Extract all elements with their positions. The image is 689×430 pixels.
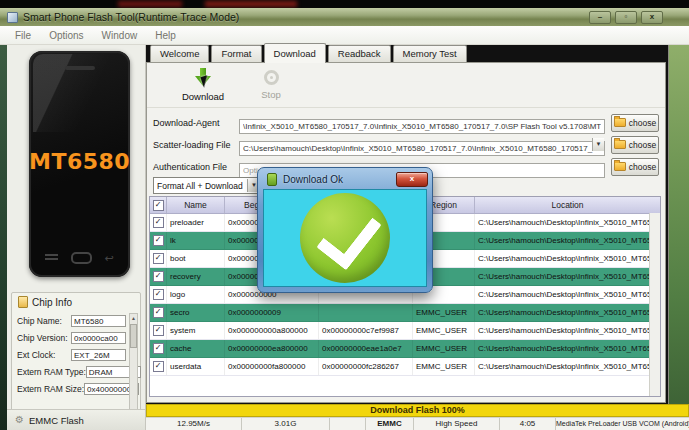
cell-end-address: 0x00000000c7ef9987 (319, 322, 413, 339)
row-checkbox[interactable]: ✓ (153, 253, 164, 264)
row-checkbox-cell[interactable]: ✓ (150, 304, 167, 321)
column-header-Location[interactable]: Location (475, 197, 660, 213)
cell-location: C:\Users\hamouch\Desktop\Infinix_X5010_M… (475, 250, 660, 267)
header-checkbox[interactable]: ✓ (153, 200, 164, 211)
dialog-title-bar[interactable]: Download Ok x (258, 168, 432, 189)
chip-info-row: Chip Version:0x0000ca00 (17, 332, 126, 344)
tab-welcome[interactable]: Welcome (150, 45, 209, 62)
row-checkbox[interactable]: ✓ (153, 271, 164, 282)
success-checkmark-icon (300, 193, 390, 283)
row-checkbox[interactable]: ✓ (153, 343, 164, 354)
download-agent-label: Download-Agent (153, 118, 239, 128)
row-checkbox-cell[interactable]: ✓ (150, 358, 167, 375)
dialog-close-button[interactable]: x (396, 172, 428, 187)
app-icon (7, 12, 18, 23)
column-header-check[interactable]: ✓ (150, 197, 167, 213)
status-cell-4: High Speed (414, 418, 500, 430)
cell-region: EMMC_USER (413, 340, 475, 357)
menu-window[interactable]: Window (93, 28, 147, 43)
cell-location: C:\Users\hamouch\Desktop\Infinix_X5010_M… (475, 358, 660, 375)
chip-info-row: Extern RAM Size:0x40000000 (17, 383, 126, 395)
column-header-Name[interactable]: Name (167, 197, 225, 213)
chevron-down-icon[interactable]: ▼ (592, 138, 604, 151)
menu-help[interactable]: Help (146, 28, 185, 43)
download-agent-row: Download-Agent choose (153, 115, 659, 130)
table-scrollbar[interactable] (649, 213, 660, 396)
dialog-app-icon (267, 173, 277, 186)
cell-name: logo (167, 286, 225, 303)
download-agent-choose-button[interactable]: choose (611, 114, 659, 132)
scrollbar-thumb[interactable] (130, 324, 137, 348)
row-checkbox[interactable]: ✓ (153, 217, 164, 228)
menu-file[interactable]: File (6, 28, 40, 43)
choose-label: choose (629, 140, 656, 150)
tab-format[interactable]: Format (211, 45, 261, 62)
chip-info-row: Extern RAM Type:DRAM (17, 366, 126, 378)
check-icon: ✓ (155, 272, 162, 280)
chip-field-label: Ext Clock: (17, 350, 55, 360)
cell-location: C:\Users\hamouch\Desktop\Infinix_X5010_M… (475, 214, 660, 231)
table-row[interactable]: ✓cache0x00000000ea8000000x00000000eae1a0… (150, 340, 660, 358)
title-bar[interactable]: Smart Phone Flash Tool(Runtime Trace Mod… (0, 8, 689, 27)
scatter-file-row: Scatter-loading File ▼ choose (153, 137, 659, 152)
dialog-body (263, 189, 427, 287)
chip-field-value: MT6580 (71, 315, 126, 327)
status-cell-3: EMMC (366, 418, 414, 430)
row-checkbox-cell[interactable]: ✓ (150, 268, 167, 285)
table-row[interactable]: ✓secro0x0000000009EMMC_USERC:\Users\hamo… (150, 304, 660, 322)
chip-field-value: 0x0000ca00 (71, 332, 126, 344)
check-icon: ✓ (155, 308, 162, 316)
row-checkbox[interactable]: ✓ (153, 235, 164, 246)
cell-region: EMMC_USER (413, 304, 475, 321)
gear-icon: ⚙ (15, 415, 24, 425)
chip-field-label: Chip Version: (17, 333, 68, 343)
desktop-background-left (0, 45, 7, 430)
stop-button[interactable]: Stop (239, 67, 303, 100)
check-icon: ✓ (155, 290, 162, 298)
tab-download[interactable]: Download (264, 43, 326, 63)
tab-memory-test[interactable]: Memory Test (393, 45, 467, 62)
phone-earpiece (65, 66, 95, 70)
row-checkbox[interactable]: ✓ (153, 361, 164, 372)
sidebar: MT6580 ↩ Chip Info Chip Name:MT6580Chip … (7, 45, 146, 430)
folder-icon (614, 140, 626, 149)
table-row[interactable]: ✓system0x000000000a8000000x00000000c7ef9… (150, 322, 660, 340)
cell-name: recovery (167, 268, 225, 285)
close-button[interactable]: x (641, 11, 663, 24)
tab-readback[interactable]: Readback (328, 45, 391, 62)
menu-options[interactable]: Options (40, 28, 92, 43)
row-checkbox-cell[interactable]: ✓ (150, 232, 167, 249)
phone-back-icon: ↩ (104, 254, 113, 262)
status-cell-0: 12.95M/s (146, 418, 242, 430)
screen: Smart Phone Flash Tool(Runtime Trace Mod… (0, 0, 689, 430)
row-checkbox-cell[interactable]: ✓ (150, 250, 167, 267)
chip-info-title: Chip Info (32, 297, 72, 308)
row-checkbox-cell[interactable]: ✓ (150, 340, 167, 357)
download-button[interactable]: Download (171, 67, 235, 102)
row-checkbox[interactable]: ✓ (153, 325, 164, 336)
scroll-up-icon[interactable]: ▲ (130, 315, 137, 321)
row-checkbox-cell[interactable]: ✓ (150, 214, 167, 231)
row-checkbox[interactable]: ✓ (153, 289, 164, 300)
minimize-button[interactable]: – (589, 11, 611, 24)
scatter-file-choose-button[interactable]: choose (611, 136, 659, 154)
choose-label: choose (629, 162, 656, 172)
cell-name: lk (167, 232, 225, 249)
check-icon: ✓ (155, 236, 162, 244)
auth-file-choose-button[interactable]: choose (611, 158, 659, 176)
chip-info-fields: Chip Name:MT6580Chip Version:0x0000ca00E… (17, 315, 126, 400)
row-checkbox-cell[interactable]: ✓ (150, 286, 167, 303)
download-arrow-icon (195, 67, 211, 89)
table-row[interactable]: ✓userdata0x00000000fa8000000x00000000fc2… (150, 358, 660, 376)
row-checkbox[interactable]: ✓ (153, 307, 164, 318)
format-mode-dropdown[interactable]: Format All + Download ▼ (153, 177, 261, 194)
maximize-button[interactable]: ▫ (615, 11, 637, 24)
cell-region: EMMC_USER (413, 322, 475, 339)
status-cell-6: MediaTek PreLoader USB VCOM (Android) (C… (556, 418, 689, 430)
scatter-file-input[interactable] (239, 141, 605, 156)
folder-icon (614, 162, 626, 171)
cell-begin-address: 0x00000000fa800000 (225, 358, 319, 375)
download-agent-input[interactable] (239, 119, 605, 134)
row-checkbox-cell[interactable]: ✓ (150, 322, 167, 339)
emmc-flash-section-header[interactable]: ⚙ EMMC Flash (7, 409, 145, 430)
